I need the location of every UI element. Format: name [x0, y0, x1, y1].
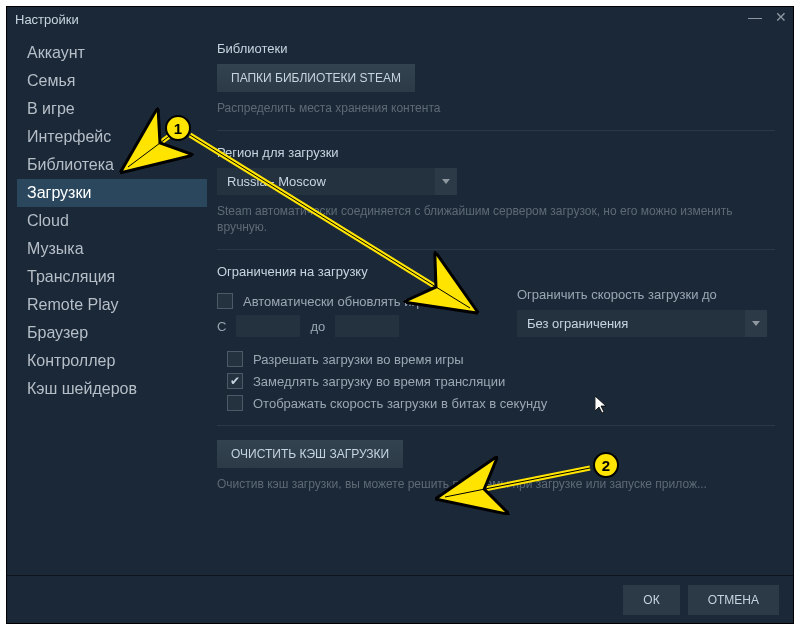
show-bits-checkbox[interactable]: [227, 395, 243, 411]
to-label: до: [310, 319, 325, 334]
section-libraries-title: Библиотеки: [217, 41, 775, 56]
throttle-stream-checkbox[interactable]: [227, 373, 243, 389]
footer: ОК ОТМЕНА: [7, 575, 793, 623]
from-label: С: [217, 319, 226, 334]
sidebar-item-cloud[interactable]: Cloud: [17, 207, 207, 235]
limit-speed-select[interactable]: Без ограничения: [517, 310, 767, 337]
sidebar-item-shadercache[interactable]: Кэш шейдеров: [17, 375, 207, 403]
time-from-field[interactable]: [236, 315, 300, 337]
limit-speed-label: Ограничить скорость загрузки до: [517, 287, 775, 302]
sidebar-item-browser[interactable]: Браузер: [17, 319, 207, 347]
close-button[interactable]: ✕: [773, 9, 789, 25]
content-panel: Библиотеки ПАПКИ БИБЛИОТЕКИ STEAM Распре…: [207, 31, 793, 575]
region-dropdown-button[interactable]: [435, 168, 457, 195]
allow-ingame-label: Разрешать загрузки во время игры: [253, 352, 464, 367]
cancel-button[interactable]: ОТМЕНА: [688, 585, 779, 615]
section-limits-title: Ограничения на загрузку: [217, 264, 775, 279]
sidebar-item-music[interactable]: Музыка: [17, 235, 207, 263]
region-select[interactable]: Russia - Moscow: [217, 168, 457, 195]
library-folders-button[interactable]: ПАПКИ БИБЛИОТЕКИ STEAM: [217, 64, 415, 92]
limit-dropdown-button[interactable]: [745, 310, 767, 337]
ok-button[interactable]: ОК: [623, 585, 679, 615]
sidebar-item-interface[interactable]: Интерфейс: [17, 123, 207, 151]
section-region-title: Регион для загрузки: [217, 145, 775, 160]
sidebar: Аккаунт Семья В игре Интерфейс Библиотек…: [7, 31, 207, 575]
separator: [217, 249, 775, 250]
minimize-button[interactable]: —: [747, 9, 763, 25]
sidebar-item-family[interactable]: Семья: [17, 67, 207, 95]
sidebar-item-remoteplay[interactable]: Remote Play: [17, 291, 207, 319]
autoupdate-checkbox[interactable]: [217, 293, 233, 309]
show-bits-label: Отображать скорость загрузки в битах в с…: [253, 396, 547, 411]
limit-speed-value: Без ограничения: [517, 310, 745, 337]
sidebar-item-account[interactable]: Аккаунт: [17, 39, 207, 67]
region-hint: Steam автоматически соединяется с ближай…: [217, 203, 775, 235]
window-title: Настройки: [15, 12, 79, 27]
chevron-down-icon: [752, 321, 760, 326]
settings-window: Настройки — ✕ Аккаунт Семья В игре Интер…: [6, 6, 794, 624]
clear-cache-hint: Очистив кэш загрузки, вы можете решить п…: [217, 476, 775, 492]
autoupdate-label: Автоматически обновлять игры:: [243, 294, 436, 309]
sidebar-item-broadcast[interactable]: Трансляция: [17, 263, 207, 291]
allow-ingame-checkbox[interactable]: [227, 351, 243, 367]
libraries-hint: Распределить места хранения контента: [217, 100, 775, 116]
titlebar: Настройки — ✕: [7, 7, 793, 31]
separator: [217, 130, 775, 131]
clear-cache-button[interactable]: ОЧИСТИТЬ КЭШ ЗАГРУЗКИ: [217, 440, 403, 468]
region-value: Russia - Moscow: [217, 168, 435, 195]
chevron-down-icon: [442, 179, 450, 184]
sidebar-item-downloads[interactable]: Загрузки: [17, 179, 207, 207]
time-to-field[interactable]: [335, 315, 399, 337]
separator: [217, 425, 775, 426]
sidebar-item-controller[interactable]: Контроллер: [17, 347, 207, 375]
sidebar-item-ingame[interactable]: В игре: [17, 95, 207, 123]
throttle-stream-label: Замедлять загрузку во время трансляции: [253, 374, 505, 389]
sidebar-item-library[interactable]: Библиотека: [17, 151, 207, 179]
